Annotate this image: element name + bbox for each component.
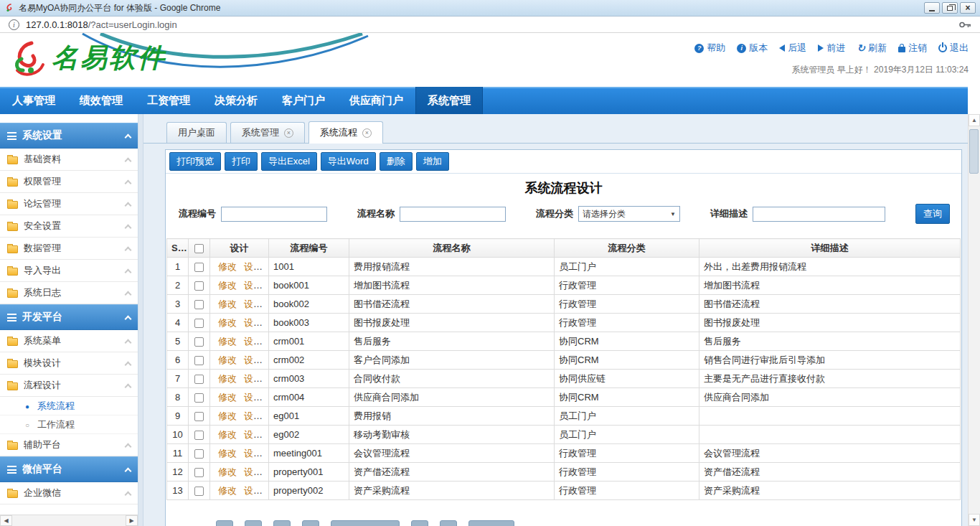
row-checkbox[interactable] xyxy=(194,449,204,459)
row-checkbox[interactable] xyxy=(194,468,204,477)
toolbar-button[interactable]: 导出Word xyxy=(321,152,376,171)
row-checkbox[interactable] xyxy=(194,319,204,328)
design-link[interactable]: 设计 xyxy=(244,410,263,421)
nav-item[interactable]: 人事管理 xyxy=(0,87,67,114)
table-row[interactable]: 2 修改设计 book001 增加图书流程 行政管理 增加图书流程 xyxy=(167,276,961,295)
modify-link[interactable]: 修改 xyxy=(218,410,237,421)
exit-link[interactable]: 退出 xyxy=(938,42,969,55)
process-code-input[interactable] xyxy=(221,207,327,222)
table-row[interactable]: 5 修改设计 crm001 售后服务 协同CRM 售后服务 xyxy=(167,332,961,351)
help-link[interactable]: 帮助 xyxy=(694,42,725,55)
tab-close-icon[interactable] xyxy=(284,128,293,138)
toolbar-button[interactable]: 导出Excel xyxy=(261,152,317,171)
info-icon[interactable] xyxy=(9,19,19,30)
design-link[interactable]: 设计 xyxy=(244,317,263,328)
process-name-input[interactable] xyxy=(400,207,506,222)
nav-item[interactable]: 系统管理 xyxy=(415,87,483,114)
row-checkbox[interactable] xyxy=(194,393,204,403)
nav-item[interactable]: 客户门户 xyxy=(270,87,337,114)
sidebar-item[interactable]: 系统菜单 xyxy=(0,330,138,352)
tab-close-icon[interactable] xyxy=(362,128,372,138)
sidebar-item[interactable]: 安全设置 xyxy=(0,215,138,238)
table-row[interactable]: 9 修改设计 eg001 费用报销 员工门户 xyxy=(167,407,961,426)
sidebar-item[interactable]: 论坛管理 xyxy=(0,193,138,215)
row-checkbox[interactable] xyxy=(194,300,204,309)
row-checkbox[interactable] xyxy=(194,263,204,272)
sidebar-item[interactable]: 系统设置 xyxy=(0,123,138,149)
table-row[interactable]: 10 修改设计 eg002 移动考勤审核 员工门户 xyxy=(167,426,961,444)
modify-link[interactable]: 修改 xyxy=(218,392,237,403)
logout-link[interactable]: 注销 xyxy=(898,42,927,55)
toolbar-button[interactable]: 删除 xyxy=(380,152,413,171)
design-link[interactable]: 设计 xyxy=(244,392,263,403)
design-link[interactable]: 设计 xyxy=(244,354,263,365)
sidebar-item[interactable]: 模块设计 xyxy=(0,352,138,375)
back-link[interactable]: 后退 xyxy=(779,42,806,55)
row-checkbox[interactable] xyxy=(194,487,204,496)
modify-link[interactable]: 修改 xyxy=(218,299,237,309)
scroll-up-button[interactable]: ▲ xyxy=(969,114,980,126)
toolbar-button[interactable]: 打印 xyxy=(225,152,258,171)
table-row[interactable]: 7 修改设计 crm003 合同收付款 协同供应链 主要是无产品进行直接收付款 xyxy=(167,370,961,388)
sidebar-item[interactable]: 工作流程 xyxy=(0,415,138,434)
design-link[interactable]: 设计 xyxy=(244,485,263,496)
pagination-button[interactable] xyxy=(273,520,291,526)
table-row[interactable]: 1 修改设计 1001 费用报销流程 员工门户 外出，出差费用报销流程 xyxy=(167,258,961,276)
table-row[interactable]: 12 修改设计 property001 资产借还流程 行政管理 资产借还流程 xyxy=(167,463,961,482)
row-checkbox[interactable] xyxy=(194,337,204,347)
version-link[interactable]: 版本 xyxy=(737,42,768,55)
modify-link[interactable]: 修改 xyxy=(218,448,237,459)
sidebar-item[interactable]: 开发平台 xyxy=(0,304,138,330)
pagination-button[interactable] xyxy=(302,520,319,526)
sidebar-splitter[interactable] xyxy=(138,114,143,526)
nav-item[interactable]: 决策分析 xyxy=(202,87,270,114)
scroll-left-button[interactable]: ◀ xyxy=(0,515,12,526)
row-checkbox[interactable] xyxy=(194,356,204,365)
row-checkbox[interactable] xyxy=(194,412,204,421)
pagination-button[interactable] xyxy=(411,520,428,526)
key-icon[interactable] xyxy=(959,21,971,29)
design-link[interactable]: 设计 xyxy=(244,429,263,440)
refresh-link[interactable]: ↻刷新 xyxy=(857,42,887,55)
select-all-checkbox[interactable] xyxy=(194,244,204,253)
query-button[interactable]: 查询 xyxy=(915,204,950,224)
sidebar-item[interactable]: 导入导出 xyxy=(0,260,138,282)
minimize-button[interactable] xyxy=(924,2,940,14)
scroll-right-button[interactable]: ▶ xyxy=(126,515,138,526)
row-checkbox[interactable] xyxy=(194,281,204,291)
table-row[interactable]: 3 修改设计 book002 图书借还流程 行政管理 图书借还流程 xyxy=(167,295,961,314)
design-link[interactable]: 设计 xyxy=(244,448,263,459)
scroll-down-button[interactable]: ▼ xyxy=(969,514,980,526)
table-row[interactable]: 8 修改设计 crm004 供应商合同添加 协同CRM 供应商合同添加 xyxy=(167,388,961,407)
url-text[interactable]: 127.0.0.1:8018/?act=userLogin.login xyxy=(26,19,177,30)
content-tab[interactable]: 系统管理 xyxy=(230,122,305,143)
design-link[interactable]: 设计 xyxy=(244,299,263,309)
design-link[interactable]: 设计 xyxy=(244,261,263,272)
nav-item[interactable]: 工资管理 xyxy=(135,87,202,114)
design-link[interactable]: 设计 xyxy=(244,373,263,384)
forward-link[interactable]: 前进 xyxy=(818,42,845,55)
sidebar-item[interactable]: 基础资料 xyxy=(0,149,138,171)
table-row[interactable]: 4 修改设计 book003 图书报废处理 行政管理 图书报废处理 xyxy=(167,314,961,332)
pagination-button[interactable] xyxy=(216,520,233,526)
modify-link[interactable]: 修改 xyxy=(218,336,237,347)
toolbar-button[interactable]: 增加 xyxy=(416,152,449,171)
modify-link[interactable]: 修改 xyxy=(218,280,237,291)
sidebar-item[interactable]: 系统流程 xyxy=(0,397,138,415)
scrollbar-thumb[interactable] xyxy=(969,129,979,174)
row-checkbox[interactable] xyxy=(194,375,204,384)
pagination-button[interactable] xyxy=(440,520,457,526)
sidebar-item[interactable]: 数据管理 xyxy=(0,238,138,260)
close-button[interactable]: × xyxy=(960,2,976,14)
pagination-button[interactable] xyxy=(245,520,262,526)
sidebar-item[interactable]: 权限管理 xyxy=(0,171,138,193)
sidebar-item[interactable]: 企业微信 xyxy=(0,482,138,504)
design-link[interactable]: 设计 xyxy=(244,466,263,477)
sidebar-item[interactable]: 微信平台 xyxy=(0,456,138,482)
toolbar-button[interactable]: 打印预览 xyxy=(169,152,221,171)
row-checkbox[interactable] xyxy=(194,431,204,440)
design-link[interactable]: 设计 xyxy=(244,280,263,291)
content-tab[interactable]: 用户桌面 xyxy=(166,122,227,143)
modify-link[interactable]: 修改 xyxy=(218,317,237,328)
sidebar-item[interactable]: 流程设计 xyxy=(0,375,138,397)
